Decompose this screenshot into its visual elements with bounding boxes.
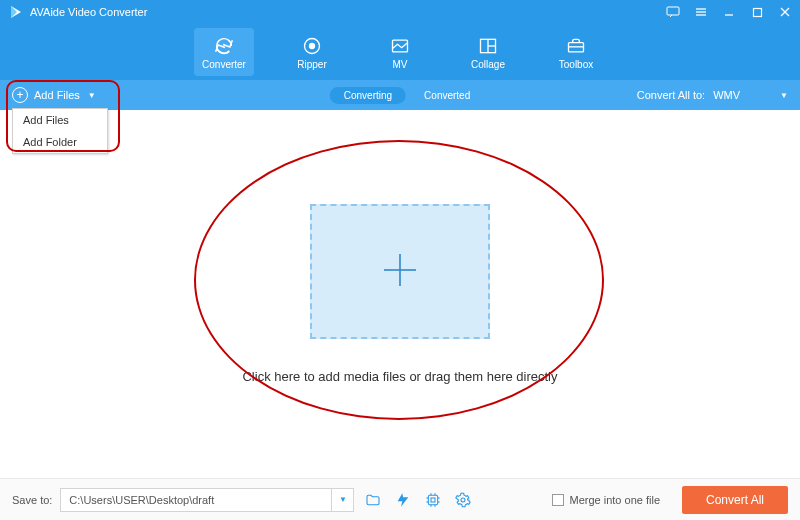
main-nav: Converter Ripper MV Collage Toolbox [0,24,800,80]
dropdown-add-files[interactable]: Add Files [13,109,107,131]
save-path-input[interactable] [60,488,332,512]
toolbox-icon [566,35,586,57]
maximize-icon[interactable] [750,5,764,19]
plus-circle-icon: + [12,87,28,103]
gpu-icon[interactable] [422,489,444,511]
tab-mv[interactable]: MV [370,28,430,76]
window-controls [666,5,792,19]
svg-rect-21 [429,495,438,504]
dropzone-hint: Click here to add media files or drag th… [242,369,557,384]
merge-checkbox[interactable]: Merge into one file [552,494,661,506]
app-logo-icon [8,4,24,20]
add-files-label: Add Files [34,89,80,101]
svg-rect-22 [431,498,435,502]
tab-collage[interactable]: Collage [458,28,518,76]
collage-icon [478,35,498,57]
nav-label: Toolbox [559,59,593,70]
open-folder-icon[interactable] [362,489,384,511]
tab-converter[interactable]: Converter [194,28,254,76]
merge-label: Merge into one file [570,494,661,506]
settings-icon[interactable] [452,489,474,511]
dropdown-add-folder[interactable]: Add Folder [13,131,107,153]
main-content: Click here to add media files or drag th… [0,110,800,478]
convert-all-to-label: Convert All to: [637,89,705,101]
minimize-icon[interactable] [722,5,736,19]
save-path-dropdown[interactable]: ▼ [332,488,354,512]
caret-down-icon: ▼ [780,91,788,100]
subbar: + Add Files ▼ Converting Converted Conve… [0,80,800,110]
convert-all-to: Convert All to: WMV ▼ [637,89,788,101]
menu-icon[interactable] [694,5,708,19]
svg-rect-7 [753,8,761,16]
svg-point-31 [461,498,465,502]
feedback-icon[interactable] [666,5,680,19]
tab-toolbox[interactable]: Toolbox [546,28,606,76]
caret-down-icon: ▼ [88,91,96,100]
nav-label: Converter [202,59,246,70]
tab-ripper[interactable]: Ripper [282,28,342,76]
add-files-dropdown: Add Files Add Folder [12,108,108,154]
dropzone[interactable] [310,204,490,339]
titlebar: AVAide Video Converter [0,0,800,24]
svg-point-11 [310,43,315,48]
status-tabs: Converting Converted [330,87,471,104]
refresh-icon [213,35,235,57]
nav-label: MV [393,59,408,70]
image-icon [390,35,410,57]
convert-all-button[interactable]: Convert All [682,486,788,514]
convert-all-label: Convert All [706,493,764,507]
svg-rect-2 [667,7,679,15]
tab-converting[interactable]: Converting [330,87,406,104]
tab-converted[interactable]: Converted [424,90,470,101]
output-format-select[interactable]: WMV ▼ [713,89,788,101]
save-to-label: Save to: [12,494,52,506]
svg-marker-20 [398,493,409,506]
add-files-button[interactable]: + Add Files ▼ [12,87,96,103]
nav-label: Ripper [297,59,326,70]
hardware-accel-icon[interactable] [392,489,414,511]
close-icon[interactable] [778,5,792,19]
nav-label: Collage [471,59,505,70]
save-path-group: ▼ [60,488,354,512]
checkbox-icon [552,494,564,506]
format-value: WMV [713,89,740,101]
bottom-bar: Save to: ▼ Merge into one file Convert A… [0,478,800,520]
disc-icon [302,35,322,57]
plus-icon [378,248,422,296]
app-window: AVAide Video Converter Converte [0,0,800,520]
app-title: AVAide Video Converter [30,6,666,18]
